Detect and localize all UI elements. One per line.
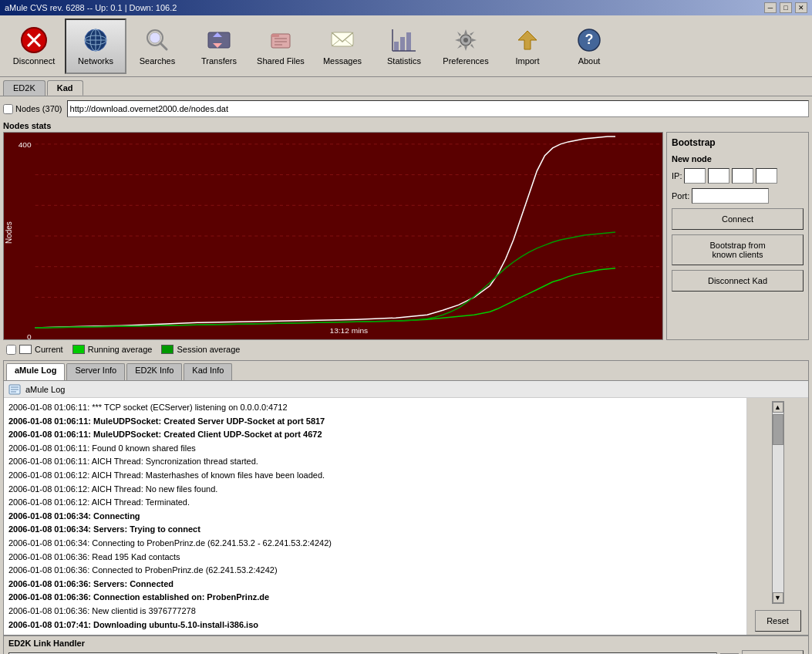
ip-box-2[interactable] bbox=[708, 168, 729, 184]
searches-label: Searches bbox=[140, 56, 175, 66]
log-right-panel: ▲ ▼ Reset bbox=[746, 398, 808, 635]
log-line: 2006-01-08 01:06:12: AICH Thread: Master… bbox=[8, 469, 742, 483]
log-messages: 2006-01-08 01:06:11: *** TCP socket (ECS… bbox=[4, 398, 746, 635]
searches-button[interactable]: Searches bbox=[126, 19, 188, 74]
preferences-button[interactable]: Preferences bbox=[435, 19, 497, 74]
svg-text:0: 0 bbox=[27, 332, 32, 339]
about-label: About bbox=[578, 56, 601, 66]
log-line: 2006-01-08 01:06:12: AICH Thread: Termin… bbox=[8, 496, 742, 510]
disconnect-icon bbox=[20, 26, 48, 54]
chart-legend: Current Running average Session average bbox=[3, 340, 809, 359]
preferences-icon bbox=[452, 26, 480, 54]
svg-text:400: 400 bbox=[19, 140, 32, 149]
titlebar-controls: ─ □ ✕ bbox=[764, 2, 807, 13]
import-button[interactable]: Import bbox=[497, 19, 558, 74]
statistics-button[interactable]: Statistics bbox=[373, 19, 435, 74]
ed2k-handler-label: ED2K Link Handler bbox=[8, 639, 804, 648]
connect-button[interactable]: Connect bbox=[672, 208, 804, 230]
log-line: 2006-01-08 01:06:11: Found 0 known share… bbox=[8, 442, 742, 456]
searches-icon bbox=[143, 26, 171, 54]
log-line: 2006-01-08 01:06:11: AICH Thread: Syncro… bbox=[8, 455, 742, 469]
log-line: 2006-01-08 01:06:11: *** TCP socket (ECS… bbox=[8, 401, 742, 415]
ed2k-link-handler: ED2K Link Handler ▼ Commit bbox=[3, 635, 809, 654]
log-line: 2006-01-08 01:06:36: New clientid is 397… bbox=[8, 605, 742, 619]
shared-files-button[interactable]: Shared Files bbox=[250, 19, 312, 74]
toolbar: Disconnect Networks Searches bbox=[0, 15, 812, 77]
ip-row: IP: bbox=[672, 168, 804, 184]
scroll-up-button[interactable]: ▲ bbox=[773, 402, 783, 413]
about-icon: ? bbox=[575, 26, 603, 54]
log-scrollbar: ▲ ▼ bbox=[772, 401, 784, 604]
log-section: aMule Log Server Info ED2K Info Kad Info bbox=[3, 360, 809, 635]
log-line: 2006-01-08 01:06:36: Connected to Proben… bbox=[8, 564, 742, 578]
maximize-button[interactable]: □ bbox=[780, 2, 792, 13]
reset-button[interactable]: Reset bbox=[755, 610, 801, 632]
log-tabs: aMule Log Server Info ED2K Info Kad Info bbox=[4, 361, 808, 381]
ip-label: IP: bbox=[672, 171, 682, 180]
ip-box-4[interactable] bbox=[756, 168, 777, 184]
nodes-count-label: Nodes (370) bbox=[15, 104, 62, 113]
tab-ed2k[interactable]: ED2K bbox=[3, 80, 45, 96]
log-line: 2006-01-08 01:06:34: Servers: Trying to … bbox=[8, 523, 742, 537]
ip-box-3[interactable] bbox=[732, 168, 753, 184]
svg-marker-29 bbox=[518, 31, 537, 49]
log-line: 2006-01-08 01:06:36: Read 195 Kad contac… bbox=[8, 551, 742, 565]
log-line: 2006-01-08 01:06:12: AICH Thread: No new… bbox=[8, 483, 742, 497]
tab-kad[interactable]: Kad bbox=[47, 80, 83, 96]
log-tab-server[interactable]: Server Info bbox=[66, 363, 125, 380]
legend-session-avg: Session average bbox=[161, 345, 240, 354]
shared-files-label: Shared Files bbox=[257, 56, 305, 66]
statistics-icon bbox=[390, 26, 418, 54]
log-tab-ed2k-info[interactable]: ED2K Info bbox=[126, 363, 182, 380]
log-line: 2006-01-08 01:07:41: Downloading ubuntu-… bbox=[8, 619, 742, 632]
messages-label: Messages bbox=[323, 56, 362, 66]
networks-label: Networks bbox=[78, 56, 113, 66]
svg-text:Nodes: Nodes bbox=[5, 221, 13, 244]
messages-button[interactable]: Messages bbox=[312, 19, 373, 74]
port-row: Port: bbox=[672, 188, 804, 204]
close-button[interactable]: ✕ bbox=[795, 2, 807, 13]
log-header-label: aMule Log bbox=[25, 385, 65, 394]
log-with-scroll: 2006-01-08 01:06:11: *** TCP socket (ECS… bbox=[4, 398, 808, 635]
log-tab-kad-info[interactable]: Kad Info bbox=[184, 363, 232, 380]
nodes-checkbox-label: Nodes (370) bbox=[3, 104, 62, 114]
svg-line-10 bbox=[160, 43, 167, 49]
log-line: 2006-01-08 01:06:34: Connecting to Probe… bbox=[8, 537, 742, 551]
bootstrap-title: Bootstrap bbox=[672, 137, 804, 148]
nodes-url-input[interactable] bbox=[67, 100, 809, 117]
bootstrap-panel: Bootstrap New node IP: Port: Connect Boo… bbox=[666, 132, 809, 340]
log-line: 2006-01-08 01:06:36: Connection establis… bbox=[8, 591, 742, 605]
svg-rect-24 bbox=[406, 32, 411, 51]
app-title: aMule CVS rev. 6288 -- Up: 0.1 | Down: 1… bbox=[5, 3, 177, 12]
scroll-thumb[interactable] bbox=[773, 414, 783, 445]
new-node-label: New node bbox=[672, 154, 804, 164]
preferences-label: Preferences bbox=[443, 56, 488, 66]
bootstrap-clients-button[interactable]: Bootstrap from known clients bbox=[672, 234, 804, 265]
about-button[interactable]: ? About bbox=[558, 19, 620, 74]
commit-button[interactable]: Commit bbox=[742, 650, 804, 654]
disconnect-button[interactable]: Disconnect bbox=[3, 19, 65, 74]
content-area: 400 0 Nodes 13:12 mins Bootstrap New nod… bbox=[3, 132, 809, 340]
transfers-button[interactable]: Transfers bbox=[188, 19, 250, 74]
log-line: 2006-01-08 01:06:11: MuleUDPSocket: Crea… bbox=[8, 415, 742, 429]
svg-rect-23 bbox=[400, 37, 405, 51]
messages-icon bbox=[329, 26, 356, 54]
minimize-button[interactable]: ─ bbox=[764, 2, 777, 13]
port-label: Port: bbox=[672, 191, 689, 201]
networks-icon bbox=[82, 26, 110, 54]
legend-current-checkbox[interactable] bbox=[6, 345, 16, 355]
networks-button[interactable]: Networks bbox=[65, 19, 126, 74]
scroll-track bbox=[773, 413, 783, 592]
kad-panel: Nodes (370) Nodes stats bbox=[0, 96, 812, 654]
svg-point-9 bbox=[150, 32, 160, 43]
chart-container: 400 0 Nodes 13:12 mins bbox=[3, 132, 663, 340]
port-input[interactable] bbox=[692, 188, 769, 204]
ip-box-1[interactable] bbox=[684, 168, 706, 184]
log-line: 2006-01-08 01:06:34: Connecting bbox=[8, 510, 742, 524]
disconnect-kad-button[interactable]: Disconnect Kad bbox=[672, 270, 804, 292]
legend-current-color bbox=[19, 345, 32, 354]
log-tab-amule[interactable]: aMule Log bbox=[6, 363, 65, 380]
scroll-down-button[interactable]: ▼ bbox=[773, 592, 783, 603]
nodes-checkbox[interactable] bbox=[3, 104, 13, 114]
shared-files-icon bbox=[267, 26, 295, 54]
